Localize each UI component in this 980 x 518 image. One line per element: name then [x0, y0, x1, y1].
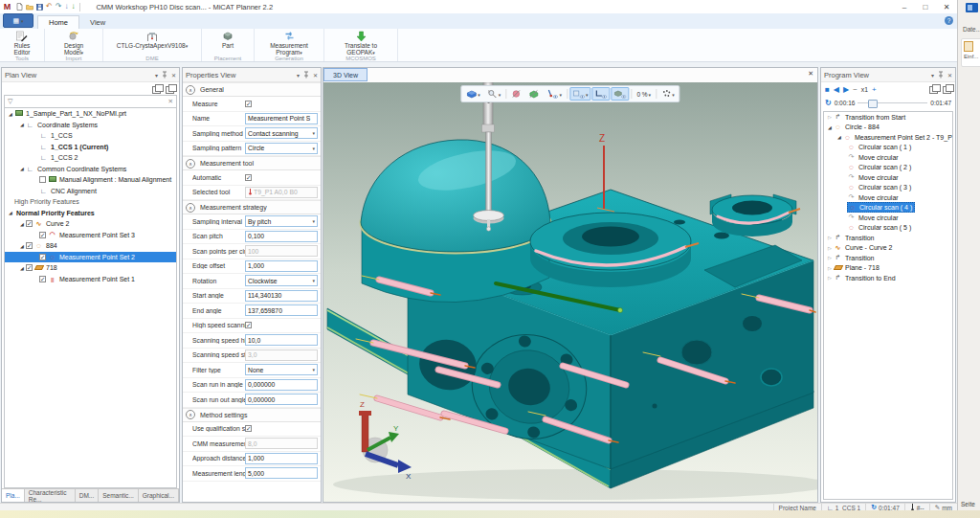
translate-geopak-button[interactable]: Translate to GEOPAK	[339, 30, 383, 56]
design-model-button[interactable]: Design Model	[59, 30, 88, 56]
tab-plan[interactable]: Pla...	[2, 489, 25, 502]
expander-icon[interactable]	[18, 166, 26, 171]
tab-semantic[interactable]: Semantic...	[99, 489, 139, 502]
transparency-dropdown[interactable]: 0 %	[634, 87, 654, 101]
progress-slider[interactable]	[858, 99, 927, 106]
edge-offset-input[interactable]: 1,000	[245, 260, 318, 272]
part-button[interactable]: Part	[222, 30, 234, 49]
expander-icon[interactable]	[7, 210, 14, 215]
high-speed-checkbox[interactable]	[245, 322, 252, 328]
open-file-button[interactable]	[26, 2, 33, 11]
save-button[interactable]	[36, 2, 43, 11]
expander-icon[interactable]	[826, 245, 834, 251]
tab-dm[interactable]: DM...	[76, 489, 100, 502]
program-item-scan5[interactable]: Circular scan ( 5 )	[824, 223, 952, 234]
background-app-tab[interactable]: Date...	[963, 26, 980, 33]
new-file-button[interactable]	[16, 2, 23, 11]
tree-item-884[interactable]: 884	[5, 240, 176, 252]
tree-item-common-coordinate-systems[interactable]: Common Coordinate Systems	[5, 164, 176, 175]
expander-icon[interactable]	[826, 124, 834, 130]
scan-pitch-input[interactable]: 0,100	[245, 231, 318, 242]
speed-high-input[interactable]: 10,0	[245, 334, 318, 346]
program-item-curve[interactable]: Curve - Curve 2	[824, 243, 952, 254]
slider-handle[interactable]	[868, 100, 878, 108]
panel-menu-icon[interactable]: ▾	[297, 72, 300, 79]
rules-editor-button[interactable]: Rules Editor	[10, 30, 34, 56]
export-arrow-button[interactable]: ↓	[71, 2, 75, 11]
tab-3d-view[interactable]: 3D View	[323, 68, 368, 81]
program-item-scan1[interactable]: Circular scan ( 1 )	[824, 143, 952, 153]
toggle-part-visibility-button[interactable]	[611, 87, 629, 101]
program-item-move[interactable]: Move circular	[824, 172, 952, 183]
toggle-model-visibility-button[interactable]	[525, 87, 542, 101]
speed-decrease-button[interactable]: −	[853, 85, 858, 94]
program-item-circle-884[interactable]: Circle - 884	[824, 123, 952, 133]
checkbox[interactable]	[26, 264, 33, 271]
qualification-speed-checkbox[interactable]	[245, 425, 252, 432]
sampling-method-select[interactable]: Contact scanning	[245, 127, 318, 139]
section-measurement-strategy[interactable]: Measurement strategy	[183, 200, 321, 214]
cascade-window-icon[interactable]	[166, 86, 174, 94]
tree-item-718[interactable]: 718	[5, 262, 176, 274]
cascade-window-icon[interactable]	[152, 86, 161, 94]
maximize-button[interactable]: □	[915, 1, 936, 13]
program-item-transition-end[interactable]: Transition to End	[824, 273, 952, 283]
toggle-stylus-visibility-button[interactable]	[543, 87, 565, 101]
filter-type-select[interactable]: None	[245, 364, 318, 375]
help-button[interactable]: ?	[945, 16, 953, 25]
tree-item-ccs-current[interactable]: 1_CCS 1 (Current)	[5, 142, 176, 153]
rotation-select[interactable]: Clockwise	[245, 275, 318, 286]
pin-icon[interactable]	[162, 71, 167, 79]
stop-button[interactable]: ■	[825, 85, 830, 94]
tree-item-part[interactable]: 1_Sample_Part_1_NX_NoPMI.prt	[5, 108, 176, 120]
tab-graphical[interactable]: Graphical...	[139, 489, 179, 502]
run-in-input[interactable]: 0,000000	[245, 379, 318, 391]
run-out-input[interactable]: 0,000000	[245, 394, 318, 405]
name-input[interactable]: Measurement Point S	[245, 113, 318, 124]
approach-distance-input[interactable]: 1,000	[245, 453, 318, 464]
measurement-program-button[interactable]: Measurement Program	[263, 30, 315, 56]
program-item-scan3[interactable]: Circular scan ( 3 )	[824, 183, 952, 193]
filter-input[interactable]	[12, 96, 167, 107]
program-item-scan2[interactable]: Circular scan ( 2 )	[824, 163, 952, 173]
sampling-pattern-select[interactable]: Circle	[245, 143, 318, 154]
checkbox[interactable]	[39, 176, 46, 183]
toggle-ccs-visibility-button[interactable]	[591, 87, 610, 101]
collapse-icon[interactable]	[186, 159, 195, 169]
expander-icon[interactable]	[18, 265, 26, 271]
tab-home[interactable]: Home	[37, 15, 79, 29]
toggle-datums-visibility-button[interactable]	[569, 87, 591, 101]
end-angle-input[interactable]: 137,659870	[245, 304, 318, 316]
pin-icon[interactable]	[938, 71, 944, 79]
collapse-icon[interactable]	[186, 410, 195, 419]
program-item-plane[interactable]: Plane - 718	[824, 263, 952, 274]
measure-checkbox[interactable]	[245, 101, 252, 107]
cad-model-3d-scene[interactable]: Z Z Y X	[323, 82, 817, 502]
expander-icon[interactable]	[18, 221, 26, 227]
sampling-interval-select[interactable]: By pitch	[245, 215, 318, 227]
close-icon[interactable]: ✕	[171, 72, 176, 79]
program-item-transition[interactable]: Transition	[824, 253, 952, 263]
view-cube-button[interactable]	[463, 87, 483, 101]
tree-item-curve2[interactable]: Curve 2	[5, 218, 176, 230]
tree-item-mps3[interactable]: Measurement Point Set 3	[5, 230, 176, 241]
tree-item-mps2-selected[interactable]: Measurement Point Set 2	[5, 252, 176, 263]
expander-icon[interactable]	[826, 114, 834, 120]
import-arrow-button[interactable]: ↓	[64, 2, 68, 11]
tree-item-coordinate-systems[interactable]: Coordinate Systems	[5, 120, 176, 131]
program-item-mps2[interactable]: Measurement Point Set 2 - T9_P1	[824, 132, 952, 143]
expander-icon[interactable]	[18, 122, 26, 127]
program-item-transition-start[interactable]: Transition from Start	[824, 112, 952, 123]
program-item-move[interactable]: Move circular	[824, 213, 952, 223]
tree-item-high-priority[interactable]: High Priority Features	[5, 196, 176, 208]
tab-characteristic[interactable]: Characteristic Re...	[25, 489, 76, 502]
expander-icon[interactable]	[18, 243, 26, 249]
checkbox[interactable]	[26, 220, 33, 227]
speed-increase-button[interactable]: +	[872, 85, 877, 94]
panel-menu-icon[interactable]: ▾	[931, 72, 934, 79]
undo-button[interactable]: ↶	[46, 2, 53, 11]
toggle-sphere-visibility-button[interactable]	[508, 87, 524, 101]
start-angle-input[interactable]: 114,340130	[245, 290, 318, 302]
redo-button[interactable]: ↷	[56, 2, 62, 11]
checkbox[interactable]	[39, 276, 46, 282]
